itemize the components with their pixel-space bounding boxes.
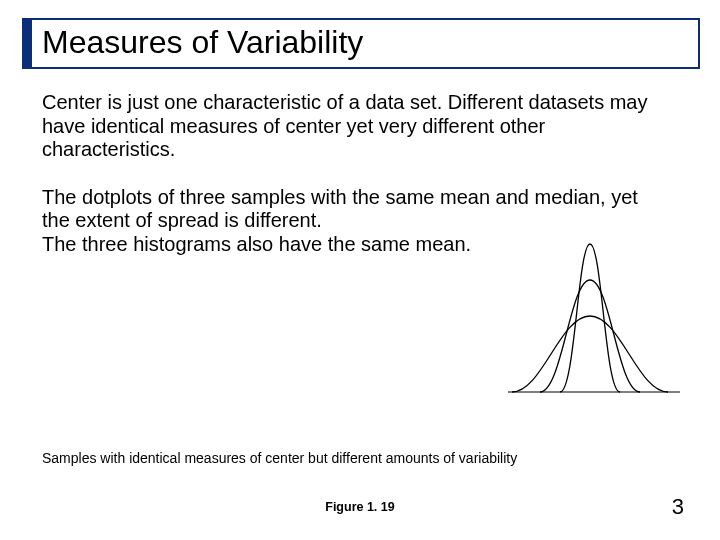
curve-narrow (560, 244, 620, 392)
distribution-curves-figure (490, 232, 690, 412)
figure-caption: Samples with identical measures of cente… (42, 450, 517, 466)
curve-wide (512, 316, 668, 392)
page-number: 3 (672, 494, 684, 520)
paragraph-1: Center is just one characteristic of a d… (42, 91, 670, 162)
paragraph-2a: The dotplots of three samples with the s… (42, 186, 638, 232)
paragraph-2b: The three histograms also have the same … (42, 233, 471, 255)
curve-medium (540, 280, 640, 392)
title-box: Measures of Variability (22, 18, 700, 69)
slide-title: Measures of Variability (42, 24, 688, 61)
figure-label: Figure 1. 19 (0, 500, 720, 514)
